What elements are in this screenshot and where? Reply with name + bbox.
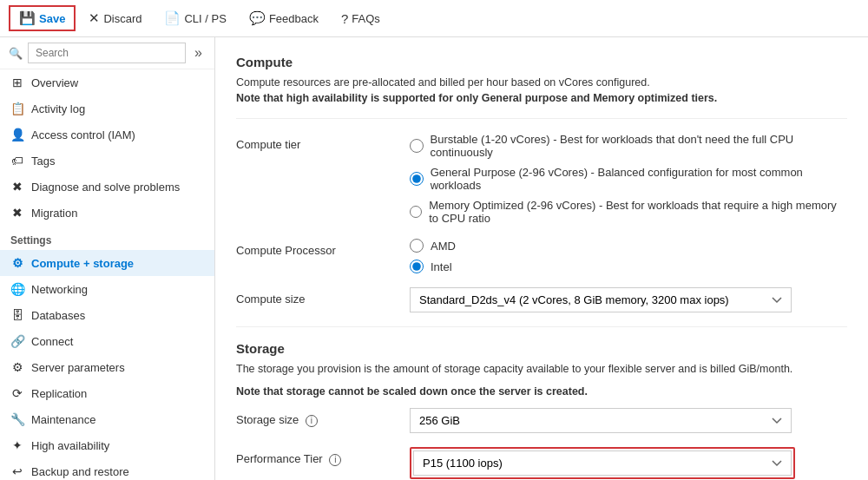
discard-icon: ✕ xyxy=(89,10,100,26)
migration-icon: ✖ xyxy=(10,206,24,220)
compute-processor-row: Compute Processor AMD Intel xyxy=(236,239,847,273)
content-area: Compute Compute resources are pre-alloca… xyxy=(215,37,868,480)
discard-label: Discard xyxy=(103,12,141,25)
collapse-sidebar-button[interactable]: » xyxy=(191,43,206,62)
perf-tier-control: P15 (1100 iops) xyxy=(410,447,847,479)
sidebar-item-label: Connect xyxy=(31,335,73,348)
sidebar-item-maintenance[interactable]: 🔧 Maintenance xyxy=(0,406,214,432)
tags-icon: 🏷 xyxy=(10,154,24,168)
sidebar-item-label: Databases xyxy=(31,309,85,322)
sidebar-item-overview[interactable]: ⊞ Overview xyxy=(0,69,214,95)
overview-icon: ⊞ xyxy=(10,76,24,89)
save-icon: 💾 xyxy=(19,10,36,26)
sidebar-search-row: 🔍 » xyxy=(0,37,214,69)
radio-general-label[interactable]: General Purpose (2-96 vCores) - Balanced… xyxy=(431,166,847,192)
perf-tier-info-icon[interactable]: i xyxy=(329,454,341,466)
compute-size-control: Standard_D2ds_v4 (2 vCores, 8 GiB memory… xyxy=(410,287,847,312)
storage-size-control: 256 GiB xyxy=(410,408,847,433)
radio-burstable[interactable] xyxy=(410,139,424,153)
storage-section-title: Storage xyxy=(236,341,847,356)
high-availability-icon: ✦ xyxy=(10,438,24,452)
sidebar-item-access-control[interactable]: 👤 Access control (IAM) xyxy=(0,122,214,148)
sidebar-item-activity-log[interactable]: 📋 Activity log xyxy=(0,95,214,122)
save-label: Save xyxy=(39,12,65,25)
storage-size-label: Storage size i xyxy=(236,408,410,427)
perf-tier-row: Performance Tier i P15 (1100 iops) xyxy=(236,447,847,479)
server-parameters-icon: ⚙ xyxy=(10,360,24,374)
radio-general-item: General Purpose (2-96 vCores) - Balanced… xyxy=(410,166,847,192)
sidebar-item-label: Diagnose and solve problems xyxy=(31,181,180,194)
sidebar-item-backup-restore[interactable]: ↩ Backup and restore xyxy=(0,458,214,480)
main-layout: 🔍 » ⊞ Overview 📋 Activity log 👤 Access c… xyxy=(0,37,868,480)
sidebar-item-label: Backup and restore xyxy=(31,465,129,478)
sidebar-item-label: Replication xyxy=(31,387,87,400)
faqs-icon: ? xyxy=(341,11,348,26)
storage-desc1: The storage you provision is the amount … xyxy=(236,363,847,375)
sidebar-item-diagnose[interactable]: ✖ Diagnose and solve problems xyxy=(0,174,214,200)
toolbar: 💾 Save ✕ Discard 📄 CLI / PS 💬 Feedback ?… xyxy=(0,0,868,37)
cli-ps-label: CLI / PS xyxy=(184,12,226,25)
feedback-label: Feedback xyxy=(269,12,319,25)
sidebar-item-high-availability[interactable]: ✦ High availability xyxy=(0,432,214,458)
sidebar-item-label: Compute + storage xyxy=(31,257,134,270)
divider-1 xyxy=(236,118,847,119)
cli-ps-button[interactable]: 📄 CLI / PS xyxy=(155,6,235,30)
sidebar-item-label: Server parameters xyxy=(31,361,125,374)
radio-memory-item: Memory Optimized (2-96 vCores) - Best fo… xyxy=(410,199,847,225)
cli-icon: 📄 xyxy=(164,10,181,26)
sidebar-item-replication[interactable]: ⟳ Replication xyxy=(0,380,214,406)
sidebar-item-label: Activity log xyxy=(31,102,85,115)
sidebar-item-label: Tags xyxy=(31,155,55,168)
sidebar-item-databases[interactable]: 🗄 Databases xyxy=(0,302,214,328)
compute-tier-radio-group: Burstable (1-20 vCores) - Best for workl… xyxy=(410,133,847,225)
sidebar-item-connect[interactable]: 🔗 Connect xyxy=(0,328,214,354)
perf-tier-label: Performance Tier i xyxy=(236,447,410,466)
compute-processor-control: AMD Intel xyxy=(410,239,847,273)
compute-tier-control: Burstable (1-20 vCores) - Best for workl… xyxy=(410,133,847,225)
perf-tier-select[interactable]: P15 (1100 iops) xyxy=(413,450,792,476)
divider-2 xyxy=(236,326,847,327)
storage-size-row: Storage size i 256 GiB xyxy=(236,408,847,433)
radio-intel-item: Intel xyxy=(410,260,847,273)
storage-size-info-icon[interactable]: i xyxy=(306,415,318,427)
radio-intel-label[interactable]: Intel xyxy=(431,260,452,273)
compute-size-row: Compute size Standard_D2ds_v4 (2 vCores,… xyxy=(236,287,847,312)
radio-amd[interactable] xyxy=(410,239,424,253)
sidebar-item-label: Access control (IAM) xyxy=(31,128,135,141)
search-icon: 🔍 xyxy=(9,47,23,60)
compute-tier-row: Compute tier Burstable (1-20 vCores) - B… xyxy=(236,133,847,225)
radio-burstable-label[interactable]: Burstable (1-20 vCores) - Best for workl… xyxy=(431,133,847,159)
sidebar-item-migration[interactable]: ✖ Migration xyxy=(0,200,214,226)
radio-intel[interactable] xyxy=(410,260,424,273)
replication-icon: ⟳ xyxy=(10,386,24,400)
feedback-button[interactable]: 💬 Feedback xyxy=(240,6,328,30)
databases-icon: 🗄 xyxy=(10,308,24,322)
storage-size-select[interactable]: 256 GiB xyxy=(410,408,792,433)
search-input[interactable] xyxy=(28,43,186,63)
compute-storage-icon: ⚙ xyxy=(10,256,24,270)
compute-tier-label: Compute tier xyxy=(236,133,410,151)
radio-memory-label[interactable]: Memory Optimized (2-96 vCores) - Best fo… xyxy=(429,199,847,225)
faqs-button[interactable]: ? FAQs xyxy=(332,7,390,30)
sidebar: 🔍 » ⊞ Overview 📋 Activity log 👤 Access c… xyxy=(0,37,215,480)
compute-size-select[interactable]: Standard_D2ds_v4 (2 vCores, 8 GiB memory… xyxy=(410,287,792,312)
sidebar-item-label: High availability xyxy=(31,439,109,452)
access-control-icon: 👤 xyxy=(10,128,24,141)
radio-amd-label[interactable]: AMD xyxy=(431,240,456,253)
save-button[interactable]: 💾 Save xyxy=(9,5,76,31)
connect-icon: 🔗 xyxy=(10,334,24,348)
sidebar-item-compute-storage[interactable]: ⚙ Compute + storage xyxy=(0,250,214,276)
perf-tier-highlight: P15 (1100 iops) xyxy=(410,447,795,479)
faqs-label: FAQs xyxy=(352,12,380,25)
storage-desc2: Note that storage cannot be scaled down … xyxy=(236,385,847,398)
compute-desc2: Note that high availability is supported… xyxy=(236,92,847,104)
radio-general[interactable] xyxy=(410,172,424,186)
radio-amd-item: AMD xyxy=(410,239,847,253)
sidebar-item-networking[interactable]: 🌐 Networking xyxy=(0,276,214,302)
radio-memory[interactable] xyxy=(410,205,422,219)
compute-size-label: Compute size xyxy=(236,287,410,306)
sidebar-item-tags[interactable]: 🏷 Tags xyxy=(0,148,214,174)
sidebar-item-server-parameters[interactable]: ⚙ Server parameters xyxy=(0,354,214,380)
discard-button[interactable]: ✕ Discard xyxy=(79,6,151,30)
settings-section-label: Settings xyxy=(0,226,214,250)
